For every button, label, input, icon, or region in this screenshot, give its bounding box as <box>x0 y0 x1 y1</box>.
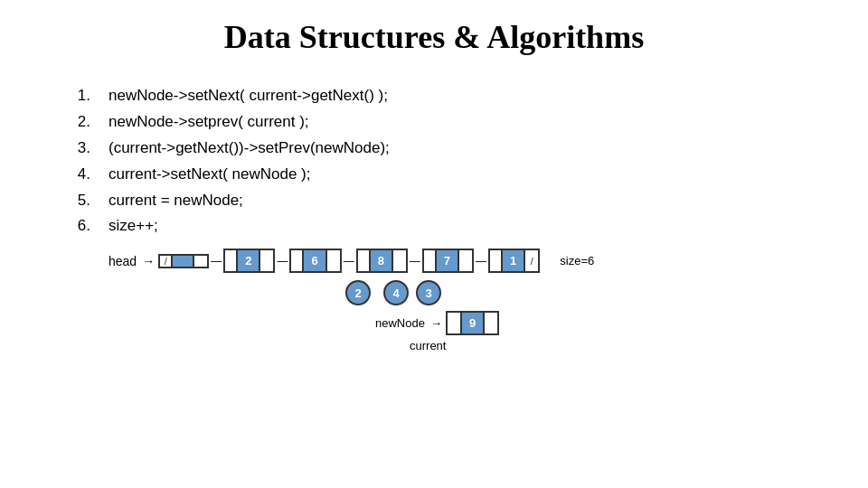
node-left-ptr2 <box>225 250 238 271</box>
node-left-ptr4 <box>358 250 371 271</box>
newnode-label: newNode <box>375 316 425 330</box>
newnode-box: 9 <box>446 311 499 335</box>
sub-row: 2 4 3 <box>344 280 814 305</box>
node-val-6: 6 <box>304 250 326 271</box>
node-left-ptr6 <box>490 250 503 271</box>
node-right-ptr4 <box>393 250 406 271</box>
arrow3: — <box>344 255 354 267</box>
newnode-val: 9 <box>460 313 485 333</box>
code-line: 6. size++; <box>72 213 814 239</box>
node-val-2: 2 <box>238 250 260 271</box>
oval-4: 4 <box>383 280 409 305</box>
code-line: 3. (current->getNext())->setPrev(newNode… <box>72 136 814 162</box>
current-label: current <box>410 339 814 352</box>
line-code: current->setNext( newNode ); <box>108 162 310 188</box>
line-number: 5. <box>72 188 90 214</box>
node-right-ptr6: / <box>525 250 538 271</box>
node-val <box>173 256 194 267</box>
line-number: 6. <box>72 213 90 239</box>
line-code: size++; <box>108 213 158 239</box>
node-left-ptr3 <box>291 250 304 271</box>
node-right-ptr <box>194 256 207 267</box>
node-left-ptr: / <box>160 256 173 267</box>
line-number: 1. <box>72 83 90 109</box>
node-head: / <box>158 254 209 268</box>
code-line: 2. newNode->setprev( current ); <box>72 109 814 136</box>
line-number: 3. <box>72 136 90 162</box>
node-val-7: 7 <box>437 250 459 271</box>
arrow2: — <box>277 255 288 267</box>
node-1: 1 / <box>488 249 540 273</box>
newnode-right-ptr <box>485 313 497 333</box>
line-number: 2. <box>72 109 90 136</box>
arrow5: — <box>476 255 486 267</box>
line-code: newNode->setprev( current ); <box>108 109 309 136</box>
list-row: head → / — 2 — 6 — <box>108 249 814 273</box>
arrow4: — <box>410 255 420 267</box>
node-right-ptr3 <box>327 250 340 271</box>
newnode-row: newNode → 9 <box>375 311 814 335</box>
code-line: 4. current->setNext( newNode ); <box>72 162 814 188</box>
page: Data Structures & Algorithms 1. newNode-… <box>0 0 868 488</box>
diagram-area: head → / — 2 — 6 — <box>108 249 814 352</box>
head-arrow: → <box>142 254 155 268</box>
line-code: current = newNode; <box>108 188 243 214</box>
head-label: head <box>108 254 137 268</box>
page-title: Data Structures & Algorithms <box>54 18 814 56</box>
node-8: 8 <box>356 249 408 273</box>
node-7: 7 <box>422 249 474 273</box>
newnode-left-ptr <box>448 313 460 333</box>
node-right-ptr5 <box>459 250 472 271</box>
code-list: 1. newNode->setNext( current->getNext() … <box>72 83 814 239</box>
node-val-1: 1 <box>503 250 525 271</box>
oval-3: 3 <box>416 280 441 305</box>
line-number: 4. <box>72 162 90 188</box>
newnode-arrow: → <box>430 316 442 330</box>
node-left-ptr5 <box>424 250 437 271</box>
node-val-8: 8 <box>371 250 393 271</box>
node-right-ptr2 <box>260 250 273 271</box>
line-code: (current->getNext())->setPrev(newNode); <box>108 136 390 162</box>
code-line: 1. newNode->setNext( current->getNext() … <box>72 83 814 109</box>
node-6: 6 <box>289 249 341 273</box>
oval-2: 2 <box>345 280 371 305</box>
node-2: 2 <box>223 249 275 273</box>
code-line: 5. current = newNode; <box>72 188 814 214</box>
size-label: size=6 <box>560 254 594 267</box>
arrow1: — <box>211 255 222 267</box>
line-code: newNode->setNext( current->getNext() ); <box>108 83 388 109</box>
